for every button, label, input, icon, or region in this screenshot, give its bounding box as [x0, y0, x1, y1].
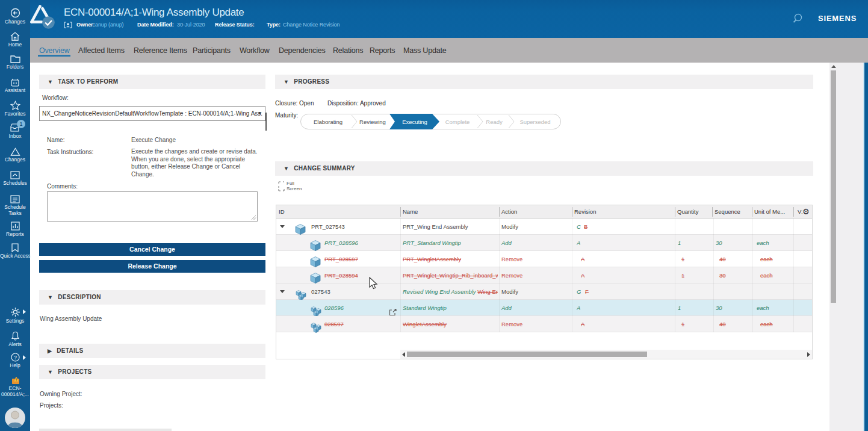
svg-text:Executing: Executing [402, 119, 427, 125]
svg-text:Reviewing: Reviewing [359, 119, 386, 125]
svg-text:?: ? [13, 355, 16, 361]
svg-text:Ready: Ready [486, 119, 503, 125]
svg-text:Complete: Complete [445, 119, 470, 125]
svg-text:Elaborating: Elaborating [313, 119, 342, 125]
svg-text:Superseded: Superseded [519, 119, 550, 125]
